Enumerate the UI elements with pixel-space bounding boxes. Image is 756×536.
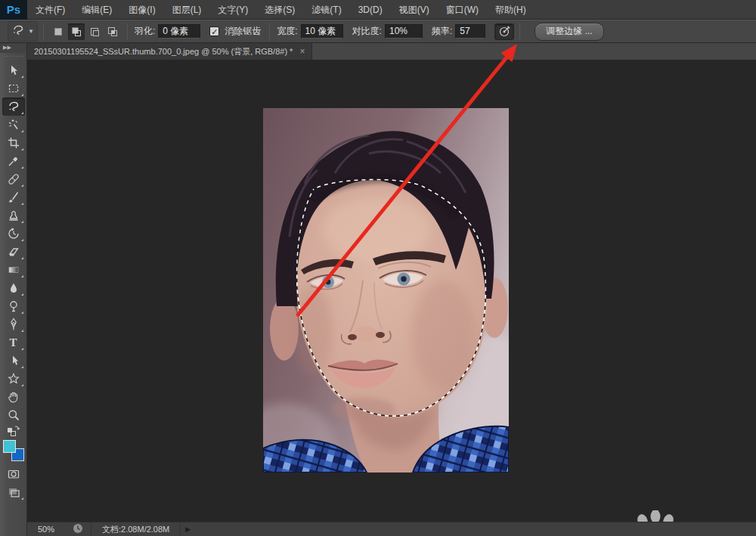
zoom-tool[interactable] bbox=[2, 406, 25, 424]
brush-tool[interactable] bbox=[2, 188, 25, 206]
gradient-tool[interactable] bbox=[2, 261, 25, 279]
screen-mode-button[interactable] bbox=[2, 483, 25, 501]
photoshop-window: Ps 文件(F) 编辑(E) 图像(I) 图层(L) 文字(Y) 选择(S) 滤… bbox=[0, 0, 756, 536]
foreground-color-swatch[interactable] bbox=[3, 440, 16, 453]
antialias-checkbox[interactable]: ✓ bbox=[209, 26, 219, 36]
swap-colors-icon[interactable] bbox=[2, 424, 25, 438]
document-tab-bar: 20150301195524_SSsUR.thumb.700_0.jpeg @ … bbox=[27, 43, 756, 60]
refine-edge-button[interactable]: 调整边缘 ... bbox=[534, 23, 603, 41]
hand-tool[interactable] bbox=[2, 388, 25, 406]
status-expand-icon[interactable]: ▶ bbox=[185, 525, 191, 533]
antialias-label: 消除锯齿 bbox=[225, 25, 261, 38]
intersect-selection-button[interactable] bbox=[104, 23, 121, 40]
tools-panel: ▶▶ T bbox=[0, 43, 27, 536]
contrast-input[interactable]: 10% bbox=[385, 24, 423, 39]
add-to-selection-button[interactable] bbox=[68, 23, 85, 40]
zoom-level-field[interactable]: 50% bbox=[38, 525, 73, 534]
menu-3d[interactable]: 3D(D) bbox=[350, 0, 391, 20]
separator bbox=[43, 23, 44, 40]
marquee-tool[interactable] bbox=[2, 79, 25, 98]
width-label: 宽度: bbox=[277, 25, 297, 38]
status-bar: 50% 文档:2.08M/2.08M ▶ bbox=[27, 522, 756, 536]
menu-image[interactable]: 图像(I) bbox=[120, 0, 163, 20]
menu-type[interactable]: 文字(Y) bbox=[209, 0, 256, 20]
magnetic-lasso-icon bbox=[11, 23, 25, 39]
contrast-label: 对比度: bbox=[352, 25, 382, 38]
eyedropper-tool[interactable] bbox=[2, 152, 25, 170]
document-size-info: 文档:2.08M/2.08M bbox=[91, 522, 181, 536]
separator bbox=[519, 23, 520, 40]
frequency-input[interactable]: 57 bbox=[455, 24, 485, 39]
menu-select[interactable]: 选择(S) bbox=[256, 0, 303, 20]
move-tool[interactable] bbox=[2, 61, 25, 79]
frequency-label: 频率: bbox=[432, 25, 452, 38]
dodge-tool[interactable] bbox=[2, 297, 25, 315]
feather-input[interactable]: 0 像素 bbox=[158, 24, 200, 39]
new-selection-button[interactable] bbox=[50, 23, 67, 40]
document-title: 20150301195524_SSsUR.thumb.700_0.jpeg @ … bbox=[34, 46, 293, 57]
type-tool-glyph: T bbox=[9, 336, 17, 349]
chevron-down-icon: ▼ bbox=[28, 28, 34, 35]
menu-help[interactable]: 帮助(H) bbox=[487, 0, 534, 20]
subtract-from-selection-button[interactable] bbox=[86, 23, 103, 40]
crop-tool[interactable] bbox=[2, 134, 25, 152]
menu-file[interactable]: 文件(F) bbox=[27, 0, 73, 20]
custom-shape-tool[interactable] bbox=[2, 370, 25, 388]
document-image[interactable] bbox=[263, 108, 509, 472]
pen-pressure-button[interactable] bbox=[494, 23, 514, 40]
blur-tool[interactable] bbox=[2, 279, 25, 297]
tool-options-bar: ▼ 羽化: 0 像素 ✓ 消除锯齿 宽度: 10 像素 对比度: 10% 频率:… bbox=[0, 20, 756, 43]
eraser-tool[interactable] bbox=[2, 243, 25, 261]
quick-selection-tool[interactable] bbox=[2, 116, 25, 134]
document-tab[interactable]: 20150301195524_SSsUR.thumb.700_0.jpeg @ … bbox=[27, 43, 312, 60]
tool-preset-picker[interactable]: ▼ bbox=[8, 21, 38, 42]
menu-view[interactable]: 视图(V) bbox=[391, 0, 438, 20]
photoshop-logo: Ps bbox=[0, 0, 27, 20]
width-input[interactable]: 10 像素 bbox=[301, 24, 343, 39]
healing-brush-tool[interactable] bbox=[2, 170, 25, 188]
menu-filter[interactable]: 滤镜(T) bbox=[303, 0, 349, 20]
menu-layer[interactable]: 图层(L) bbox=[164, 0, 210, 20]
panel-grip[interactable] bbox=[4, 55, 23, 58]
baidu-paw-icon: du bbox=[632, 510, 679, 522]
type-tool[interactable]: T bbox=[2, 333, 25, 352]
menu-edit[interactable]: 编辑(E) bbox=[73, 0, 120, 20]
separator bbox=[127, 23, 128, 40]
baidu-jingyan-watermark: Bai du 经验 jingyan.baidu.com bbox=[579, 510, 756, 522]
pen-tool[interactable] bbox=[2, 315, 25, 333]
feather-label: 羽化: bbox=[135, 25, 155, 38]
status-icon[interactable] bbox=[73, 523, 83, 535]
menu-window[interactable]: 窗口(W) bbox=[438, 0, 487, 20]
color-swatches[interactable] bbox=[2, 439, 25, 462]
close-icon[interactable]: × bbox=[299, 48, 305, 55]
history-brush-tool[interactable] bbox=[2, 225, 25, 243]
clone-stamp-tool[interactable] bbox=[2, 206, 25, 225]
canvas-area[interactable]: Bai du 经验 jingyan.baidu.com bbox=[27, 60, 756, 522]
menu-bar: Ps 文件(F) 编辑(E) 图像(I) 图层(L) 文字(Y) 选择(S) 滤… bbox=[0, 0, 756, 20]
separator bbox=[269, 23, 270, 40]
magnetic-lasso-tool[interactable] bbox=[2, 98, 25, 116]
collapse-panel-button[interactable]: ▶▶ bbox=[0, 43, 26, 53]
path-selection-tool[interactable] bbox=[2, 352, 25, 370]
quick-mask-button[interactable] bbox=[2, 465, 25, 483]
